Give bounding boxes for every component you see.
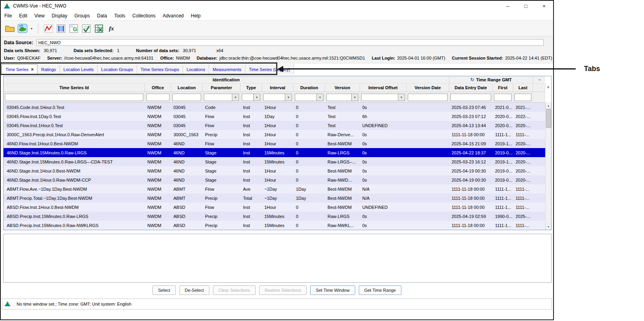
table-cell[interactable]: 0s [360, 148, 407, 157]
table-cell[interactable]: Flow [203, 184, 241, 193]
table-cell[interactable]: Flow [203, 203, 241, 212]
table-cell[interactable]: ~1Day [262, 193, 294, 203]
table-cell[interactable]: ~1Day [262, 184, 294, 193]
filter-time-series-id[interactable] [5, 94, 143, 101]
table-row[interactable]: ABMT.Precip.Total.~1Day.1Day.Best-NWDMNW… [4, 193, 545, 203]
table-cell[interactable]: 2021-... [513, 103, 533, 112]
table-cell[interactable]: 1Day [262, 112, 294, 121]
filter-last[interactable] [514, 94, 531, 101]
filter-data-entry-date[interactable] [450, 94, 491, 101]
table-cell[interactable]: 1111-... [513, 203, 533, 212]
col-type[interactable]: Type [241, 84, 262, 92]
action-button-restore-selections[interactable]: Restore Selections [259, 285, 307, 295]
action-button-get-time-range[interactable]: Get Time Range [359, 285, 401, 295]
table-cell[interactable]: Best-NWDM [325, 203, 360, 212]
table-cell[interactable]: 2019-0... [493, 148, 513, 157]
table-cell[interactable]: ABSD.Flow.Inst.1Hour.0.Best-NWDM [4, 203, 145, 212]
table-cell[interactable]: 1111-11-18 00:00 [449, 221, 493, 230]
table-cell[interactable]: Flow [203, 121, 241, 130]
table-cell[interactable]: Inst [241, 175, 262, 184]
table-cell[interactable]: Ave [241, 184, 262, 193]
filter-interval[interactable] [263, 94, 285, 101]
table-cell[interactable]: Total [241, 193, 262, 203]
table-cell[interactable]: 1111-1... [493, 184, 513, 193]
table-cell[interactable]: Code [203, 103, 241, 112]
table-cell[interactable]: 1111-... [513, 193, 533, 203]
table-cell[interactable]: Inst [241, 212, 262, 221]
table-cell[interactable] [407, 103, 449, 112]
table-cell[interactable]: 1111-... [513, 184, 533, 193]
table-cell[interactable]: 0s [360, 166, 407, 175]
table-cell[interactable]: 1111-1... [493, 203, 513, 212]
table-cell[interactable]: Inst [241, 203, 262, 212]
table-cell[interactable]: 0 [294, 221, 325, 230]
table-cell[interactable]: 2025-03-23 07:46 [449, 103, 493, 112]
table-row[interactable]: 03045.Flow.Inst.1Day.0.TestNWDM03045Flow… [4, 112, 545, 121]
table-cell[interactable]: 2019-0... [493, 166, 513, 175]
table-cell[interactable]: Flow [203, 139, 241, 148]
tab-time-series-groups[interactable]: Time Series Groups [137, 64, 183, 75]
col-location[interactable]: Location [171, 84, 203, 92]
table-cell[interactable]: 1111-1... [493, 221, 513, 230]
table-cell[interactable]: Stage [203, 157, 241, 166]
menu-data[interactable]: Data [94, 12, 111, 20]
table-cell[interactable]: Inst [241, 148, 262, 157]
table-cell[interactable]: 1Hour [262, 139, 294, 148]
table-cell[interactable]: 1Hour [262, 130, 294, 139]
table-cell[interactable]: 03045.Flow.Inst.1Day.0.Test [4, 112, 145, 121]
table-row[interactable]: 46ND.Stage.Inst.15Minutes.0.Raw-LRGSNWDM… [4, 148, 545, 157]
table-cell[interactable]: 2019-1... [493, 139, 513, 148]
table-cell[interactable]: ABSD.Precip.Inst.15Minutes.0.Raw-LRGS [4, 212, 145, 221]
col-first[interactable]: First [493, 84, 513, 92]
table-cell[interactable] [407, 157, 449, 166]
table-cell[interactable]: NWDM [145, 157, 171, 166]
table-cell[interactable]: NWDM [145, 193, 171, 203]
filter-version[interactable] [326, 94, 352, 101]
table-cell[interactable]: NWDM [145, 212, 171, 221]
menu-tools[interactable]: Tools [111, 12, 129, 20]
table-cell[interactable]: NWDM [145, 175, 171, 184]
table-row[interactable]: 46ND.Stage.Inst.1Hour.0.Best-NWDMNWDM46N… [4, 166, 545, 175]
chevron-down-icon[interactable]: ▾ [398, 94, 405, 101]
table-cell[interactable]: 1Hour [262, 166, 294, 175]
table-cell[interactable]: 0 [294, 130, 325, 139]
table-cell[interactable]: Stage [203, 175, 241, 184]
table-cell[interactable]: NWDM [145, 166, 171, 175]
table-cell[interactable]: 46ND [171, 166, 203, 175]
table-cell[interactable]: 46ND [171, 175, 203, 184]
table-cell[interactable]: 0s [360, 157, 407, 166]
table-cell[interactable]: 46ND.Stage.Inst.15Minutes.0.Raw-LRGS [4, 148, 145, 157]
table-cell[interactable]: 0 [294, 157, 325, 166]
table-row[interactable]: ABMT.Flow.Ave.~1Day.1Day.Best-NWDMNWDMAB… [4, 184, 545, 193]
col-parameter[interactable]: Parameter [203, 84, 241, 92]
add-column-button[interactable]: + [546, 84, 551, 90]
refresh-icon[interactable]: ↻ [470, 77, 474, 83]
table-cell[interactable]: 03045.Flow.Inst.1Hour.0.Test [4, 121, 145, 130]
table-cell[interactable]: Stage [203, 148, 241, 157]
table-cell[interactable]: ABMT.Flow.Ave.~1Day.1Day.Best-NWDM [4, 184, 145, 193]
menu-display[interactable]: Display [48, 12, 71, 20]
scroll-up-icon[interactable]: ▲ [546, 103, 551, 109]
table-cell[interactable]: 3000C_1563 [171, 130, 203, 139]
table-cell[interactable]: ABSD [171, 221, 203, 230]
table-cell[interactable]: Inst [241, 166, 262, 175]
col-data-entry-date[interactable]: Data Entry Date [449, 84, 493, 92]
table-cell[interactable]: Test [325, 112, 360, 121]
table-cell[interactable]: 46ND.Flow.Inst.1Hour.0.Best-NWDM [4, 139, 145, 148]
table-cell[interactable]: 2025-03-23 07:12 [449, 112, 493, 121]
table-cell[interactable]: 6h [360, 112, 407, 121]
table-cell[interactable]: ABSD.Precip.Inst.15Minutes.0.Raw-NWKLRGS [4, 221, 145, 230]
table-cell[interactable]: 2025-04-19 02:59 [449, 212, 493, 221]
table-cell[interactable] [407, 130, 449, 139]
table-cell[interactable]: 1111-11-18 00:00 [449, 130, 493, 139]
table-cell[interactable]: 0 [294, 166, 325, 175]
table-row[interactable]: 3000C_1563.Precip.Inst.1Hour.0.Raw-Denve… [4, 130, 545, 139]
tab-location-levels[interactable]: Location Levels [60, 64, 98, 75]
table-cell[interactable]: 2025-... [513, 212, 533, 221]
tab-time-series[interactable]: Time Series × [2, 64, 38, 75]
table-cell[interactable]: 15Minutes [262, 157, 294, 166]
table-cell[interactable] [407, 121, 449, 130]
action-button-clear-selections[interactable]: Clear Selections [213, 285, 256, 295]
table-cell[interactable]: 0 [294, 121, 325, 130]
table-cell[interactable]: 0 [294, 175, 325, 184]
